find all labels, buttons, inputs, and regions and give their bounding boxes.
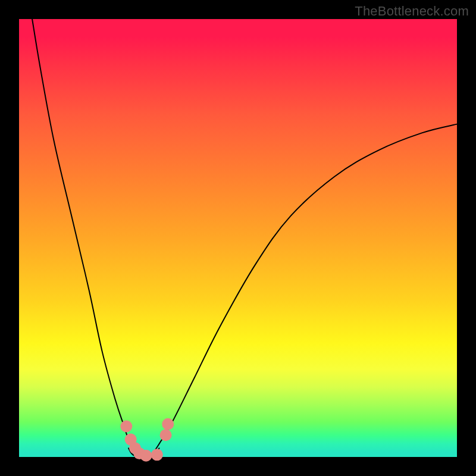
marker-point	[162, 418, 174, 430]
curve-right-curve	[151, 124, 457, 457]
marker-point	[151, 449, 163, 461]
marker-point	[160, 429, 172, 441]
curves-group	[32, 19, 457, 457]
marker-point	[120, 420, 132, 432]
curve-left-curve	[32, 19, 142, 457]
chart-frame: TheBottleneck.com	[0, 0, 476, 476]
curve-overlay	[19, 19, 457, 457]
marker-point	[140, 450, 152, 462]
plot-area	[19, 19, 457, 457]
watermark-text: TheBottleneck.com	[355, 4, 469, 19]
markers-group	[120, 418, 174, 462]
